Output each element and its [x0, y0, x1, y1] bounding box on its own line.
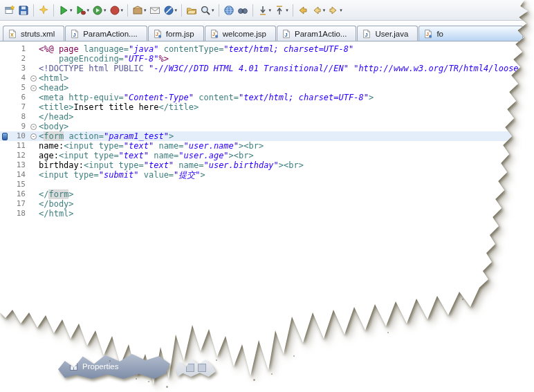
- open-task-button[interactable]: [148, 3, 162, 18]
- fold-ruler-cell: -: [28, 122, 39, 131]
- fold-ruler-cell: -: [28, 83, 39, 93]
- fold-toggle-icon[interactable]: -: [30, 124, 37, 130]
- fold-ruler-cell: [28, 44, 39, 54]
- dropdown-arrow-icon[interactable]: ▾: [340, 8, 342, 13]
- forward-button[interactable]: ▾: [326, 3, 344, 18]
- fold-ruler-cell: -: [28, 131, 39, 141]
- code-line: 5-<head>: [0, 83, 534, 93]
- jsp-file-icon: J: [423, 29, 433, 39]
- dropdown-arrow-icon[interactable]: ▾: [269, 8, 272, 13]
- code-token: "user.birthday": [203, 160, 278, 170]
- code-text[interactable]: </form>: [39, 189, 74, 199]
- dropdown-arrow-icon[interactable]: ▾: [121, 8, 124, 13]
- dropdown-arrow-icon[interactable]: ▾: [104, 8, 107, 13]
- code-token: form: [44, 131, 64, 141]
- java-search-button[interactable]: [236, 3, 250, 18]
- fold-toggle-icon[interactable]: -: [30, 75, 37, 82]
- fold-toggle-icon[interactable]: -: [30, 133, 37, 140]
- code-text[interactable]: <title>Insert title here</title>: [39, 102, 199, 112]
- new-button[interactable]: [3, 3, 17, 18]
- debug-button[interactable]: ▾: [74, 3, 91, 18]
- code-token: "text": [144, 160, 174, 170]
- editor-tab-welcome-jsp[interactable]: Jwelcome.jsp: [205, 26, 276, 41]
- code-text[interactable]: </body>: [39, 199, 74, 209]
- dropdown-arrow-icon[interactable]: ▾: [323, 8, 326, 13]
- last-edit-location-button[interactable]: [296, 3, 310, 18]
- code-token: "submit": [99, 170, 139, 180]
- editor-tab-user-java[interactable]: JUser.java: [357, 26, 418, 41]
- editor-tab-paramaction[interactable]: JParamAction....: [65, 26, 147, 41]
- code-text[interactable]: <head>: [39, 83, 68, 93]
- code-line: 1<%@ page language="java" contentType="t…: [0, 44, 534, 54]
- svg-text:J: J: [212, 32, 215, 37]
- code-text[interactable]: age:<input type="text" name="user.age"><…: [39, 151, 254, 160]
- line-number: 14: [9, 170, 28, 180]
- package-icon: [132, 5, 143, 16]
- fold-ruler-cell: [28, 64, 39, 73]
- open-file-button[interactable]: [185, 3, 199, 18]
- code-text[interactable]: </html>: [39, 209, 74, 218]
- code-line: 7<title>Insert title here</title>: [0, 102, 534, 112]
- code-text[interactable]: <input type="submit" value="提交">: [39, 170, 205, 180]
- web-browser-button[interactable]: [222, 3, 236, 18]
- code-token: "提交": [174, 170, 200, 180]
- toolbar-separator: [181, 4, 182, 17]
- run-button[interactable]: ▾: [57, 3, 74, 18]
- dropdown-arrow-icon[interactable]: ▾: [70, 8, 73, 13]
- code-token: >: [201, 170, 205, 180]
- editor-tab-form-jsp[interactable]: Jform.jsp: [148, 26, 204, 41]
- profile-button[interactable]: ▾: [108, 3, 125, 18]
- next-annotation-button[interactable]: ▾: [256, 3, 273, 18]
- code-line: 15: [0, 180, 534, 189]
- editor-tab-struts-xml[interactable]: Xstruts.xml: [3, 26, 64, 41]
- skip-breakpoints-button[interactable]: ▾: [162, 3, 179, 18]
- code-token: ><br>: [279, 160, 304, 170]
- editor-tab-fo[interactable]: Jfo: [418, 26, 523, 41]
- dropdown-arrow-icon[interactable]: ▾: [212, 8, 214, 13]
- new-wizard-button[interactable]: [37, 3, 50, 18]
- code-editor[interactable]: 1<%@ page language="java" contentType="t…: [0, 41, 534, 218]
- search-icon: [200, 5, 211, 16]
- fold-toggle-icon[interactable]: -: [30, 85, 37, 91]
- arrow-up-icon: [274, 5, 285, 16]
- dropdown-arrow-icon[interactable]: ▾: [286, 8, 288, 13]
- svg-text:J: J: [284, 31, 287, 37]
- code-text[interactable]: <html>: [39, 73, 68, 83]
- code-text[interactable]: <body>: [39, 122, 68, 131]
- save-button[interactable]: [17, 3, 30, 18]
- annotation-ruler-cell: [0, 209, 9, 218]
- annotation-ruler-cell: [0, 112, 9, 122]
- tab-label: welcome.jsp: [223, 30, 266, 38]
- code-text[interactable]: pageEncoding="UTF-8"%>: [39, 54, 169, 64]
- dropdown-arrow-icon[interactable]: ▾: [144, 8, 147, 13]
- code-token: name:: [39, 141, 64, 151]
- previous-annotation-button[interactable]: ▾: [273, 3, 290, 18]
- back-button[interactable]: ▾: [310, 3, 327, 18]
- code-text[interactable]: </head>: [39, 112, 74, 122]
- coverage-button[interactable]: ▾: [91, 3, 108, 18]
- properties-view-tab[interactable]: Properties: [58, 354, 170, 379]
- tab-label: Param1Actio...: [295, 30, 347, 38]
- annotation-ruler-cell: [0, 180, 9, 189]
- dropdown-arrow-icon[interactable]: ▾: [175, 8, 178, 13]
- globe-icon: [223, 5, 234, 16]
- new-java-project-button[interactable]: ▾: [131, 3, 148, 18]
- code-token: name=: [178, 160, 203, 170]
- code-text[interactable]: <meta http-equiv="Content-Type" content=…: [39, 93, 374, 102]
- code-token: "text": [119, 151, 149, 160]
- search-button[interactable]: ▾: [199, 3, 216, 18]
- page-background: ▾▾▾▾▾▾▾▾▾▾▾ Xstruts.xmlJParamAction....J…: [0, 0, 534, 392]
- dropdown-arrow-icon[interactable]: ▾: [87, 8, 90, 13]
- code-line: 14<input type="submit" value="提交">: [0, 170, 534, 180]
- code-token: </title>: [158, 102, 199, 112]
- java-file-icon: J: [282, 29, 291, 39]
- code-text[interactable]: name:<input type="text" name="user.name"…: [39, 141, 264, 151]
- code-text[interactable]: <form action="param1_test">: [39, 131, 174, 141]
- editor-tab-param1actio[interactable]: JParam1Actio...: [277, 26, 356, 41]
- fold-ruler-cell: [28, 160, 39, 170]
- code-text[interactable]: <!DOCTYPE html PUBLIC "-//W3C//DTD HTML …: [39, 64, 519, 73]
- svg-text:X: X: [10, 32, 14, 37]
- code-text[interactable]: <%@ page language="java" contentType="te…: [39, 44, 353, 54]
- fold-ruler-cell: [28, 180, 39, 189]
- code-text[interactable]: birthday:<input type="text" name="user.b…: [39, 160, 304, 170]
